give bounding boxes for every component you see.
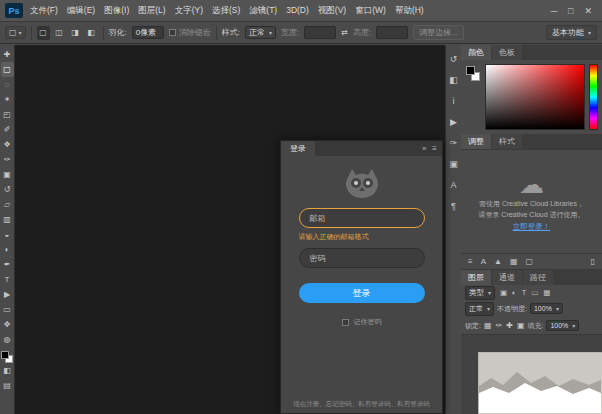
gradient-tool-icon[interactable]: ▥ xyxy=(1,212,14,227)
foreground-background-swatches[interactable] xyxy=(465,64,481,130)
history-brush-tool-icon[interactable]: ↺ xyxy=(1,182,14,197)
foreground-color-swatch[interactable] xyxy=(1,351,9,359)
clone-source-panel-icon[interactable]: ▣ xyxy=(448,158,460,170)
minimize-button[interactable]: ─ xyxy=(551,6,557,16)
menu-item-2[interactable]: 图像(I) xyxy=(104,5,129,17)
menu-item-7[interactable]: 3D(D) xyxy=(286,5,309,17)
remember-password-checkbox[interactable] xyxy=(342,319,349,326)
menu-item-4[interactable]: 文字(Y) xyxy=(175,5,203,17)
filter-adjustment-icon[interactable]: ◐ xyxy=(512,288,517,297)
feather-input[interactable]: 0像素 xyxy=(132,26,164,39)
quick-mask-icon[interactable]: ◧ xyxy=(1,363,14,378)
type-tool-icon[interactable]: T xyxy=(1,272,14,287)
properties-panel-icon[interactable]: ◧ xyxy=(448,74,460,86)
tab-color-1[interactable]: 色板 xyxy=(492,45,522,60)
menu-item-9[interactable]: 窗口(W) xyxy=(355,5,386,17)
brush-settings-panel-icon[interactable]: ✑ xyxy=(448,137,460,149)
move-tool-icon[interactable]: ✚ xyxy=(1,47,14,62)
menu-item-8[interactable]: 视图(V) xyxy=(318,5,346,17)
opacity-select[interactable]: 100% ▾ xyxy=(530,303,563,314)
toolbar-color-swatches[interactable] xyxy=(1,351,13,363)
quick-selection-tool-icon[interactable]: ✶ xyxy=(1,92,14,107)
character-panel-icon[interactable]: A xyxy=(448,179,460,191)
menu-item-5[interactable]: 选择(S) xyxy=(212,5,240,17)
lasso-tool-icon[interactable]: ◌ xyxy=(1,77,14,92)
character-style-icon[interactable]: A xyxy=(481,257,486,266)
glyph-panel-icon[interactable]: ▲ xyxy=(494,257,502,266)
blur-tool-icon[interactable]: ◒ xyxy=(1,227,14,242)
login-footer-link-2[interactable]: 私有登录码 xyxy=(358,400,391,409)
antialias-checkbox[interactable] xyxy=(169,29,176,36)
foreground-color-swatch[interactable] xyxy=(466,66,475,75)
dodge-tool-icon[interactable]: ◐ xyxy=(1,242,14,257)
filter-smart-object-icon[interactable]: ▦ xyxy=(543,288,550,297)
add-selection-icon[interactable]: ◫ xyxy=(53,26,66,40)
login-button[interactable]: 登录 xyxy=(299,283,425,303)
lock-transparency-icon[interactable]: ▦ xyxy=(484,321,492,330)
tool-preset-picker[interactable]: ▢ ▾ xyxy=(5,26,26,39)
pen-tool-icon[interactable]: ✒ xyxy=(1,257,14,272)
height-input[interactable] xyxy=(376,26,408,39)
close-button[interactable]: ✕ xyxy=(584,6,592,16)
delete-panel-icon[interactable]: ▯ xyxy=(591,257,595,266)
refine-edge-button[interactable]: 调整边缘... xyxy=(413,25,464,40)
path-selection-tool-icon[interactable]: ▶ xyxy=(1,287,14,302)
login-footer-link-1[interactable]: 忘记密码 xyxy=(326,400,352,409)
blend-mode-select[interactable]: 正常 ▾ xyxy=(465,302,494,316)
actions-panel-icon[interactable]: ▶ xyxy=(448,116,460,128)
align-panel-icon[interactable]: ≡ xyxy=(468,257,473,266)
style-select[interactable]: 正常 ▾ xyxy=(245,26,276,39)
menu-item-10[interactable]: 帮助(H) xyxy=(395,5,424,17)
subtract-selection-icon[interactable]: ◨ xyxy=(69,26,82,40)
grid-panel-icon[interactable]: ▦ xyxy=(510,257,518,266)
eraser-tool-icon[interactable]: ▱ xyxy=(1,197,14,212)
tab-color-0[interactable]: 颜色 xyxy=(461,45,491,60)
menu-item-6[interactable]: 滤镜(T) xyxy=(249,5,277,17)
paragraph-panel-icon[interactable]: ¶ xyxy=(448,200,460,212)
menu-item-1[interactable]: 编辑(E) xyxy=(67,5,95,17)
filter-type-icon[interactable]: T xyxy=(522,288,527,297)
info-panel-icon[interactable]: i xyxy=(448,95,460,107)
tab-layers-0[interactable]: 图层 xyxy=(461,270,491,285)
login-footer-link-3[interactable]: 私有登录码 xyxy=(397,400,430,409)
new-selection-icon[interactable]: ▢ xyxy=(37,26,50,40)
history-panel-icon[interactable]: ↺ xyxy=(448,53,460,65)
filter-shape-icon[interactable]: ▭ xyxy=(531,288,538,297)
lock-all-icon[interactable]: ▣ xyxy=(517,321,525,330)
lock-position-icon[interactable]: ✚ xyxy=(506,321,513,330)
login-footer-link-0[interactable]: 现在注册 xyxy=(293,400,319,409)
maximize-button[interactable]: □ xyxy=(568,6,573,16)
tab-layers-2[interactable]: 路径 xyxy=(523,270,553,285)
swatch-panel-icon[interactable]: ▢ xyxy=(526,257,534,266)
menu-item-0[interactable]: 文件(F) xyxy=(30,5,58,17)
login-tab[interactable]: 登录 xyxy=(281,141,315,156)
zoom-tool-icon[interactable]: ◍ xyxy=(1,332,14,347)
healing-brush-tool-icon[interactable]: ❖ xyxy=(1,137,14,152)
shape-tool-icon[interactable]: ▭ xyxy=(1,302,14,317)
rectangular-marquee-tool-icon[interactable]: ▢ xyxy=(1,62,14,77)
color-saturation-field[interactable] xyxy=(485,64,585,130)
email-field[interactable]: 邮箱 xyxy=(299,208,425,228)
panel-menu-icon[interactable]: ≡ xyxy=(432,144,437,153)
tab-adjust-0[interactable]: 调整 xyxy=(461,134,491,149)
screen-mode-icon[interactable]: ▤ xyxy=(1,378,14,393)
clone-stamp-tool-icon[interactable]: ▣ xyxy=(1,167,14,182)
sign-in-now-link[interactable]: 立即登录！ xyxy=(513,222,551,232)
filter-pixel-icon[interactable]: ▣ xyxy=(500,288,507,297)
fill-select[interactable]: 100% ▾ xyxy=(546,320,579,331)
tab-layers-1[interactable]: 通道 xyxy=(492,270,522,285)
password-field[interactable]: 密码 xyxy=(299,248,425,268)
collapse-panel-icon[interactable]: » xyxy=(422,144,426,153)
swap-dimensions-icon[interactable]: ⇄ xyxy=(341,28,348,37)
width-input[interactable] xyxy=(304,26,336,39)
workspace-switcher[interactable]: 基本功能 ▾ xyxy=(546,25,597,40)
hue-slider[interactable] xyxy=(589,64,598,130)
layer-filter-select[interactable]: 类型 ▾ xyxy=(465,286,495,300)
intersect-selection-icon[interactable]: ◧ xyxy=(85,26,98,40)
brush-tool-icon[interactable]: ✑ xyxy=(1,152,14,167)
lock-pixels-icon[interactable]: ✑ xyxy=(496,321,503,330)
hand-tool-icon[interactable]: ✥ xyxy=(1,317,14,332)
tab-adjust-1[interactable]: 样式 xyxy=(492,134,522,149)
eyedropper-tool-icon[interactable]: ✐ xyxy=(1,122,14,137)
crop-tool-icon[interactable]: ◰ xyxy=(1,107,14,122)
